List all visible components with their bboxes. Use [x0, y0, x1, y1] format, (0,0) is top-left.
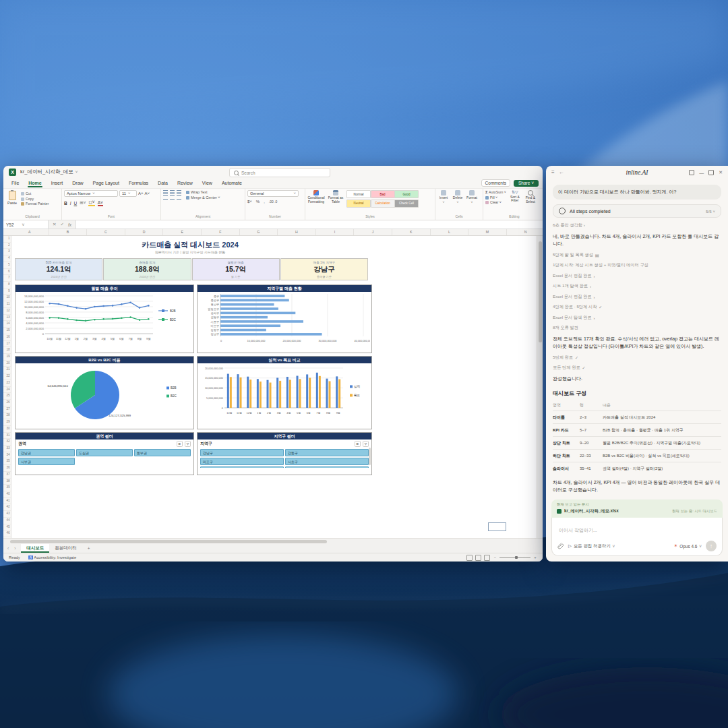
format-as-table-button[interactable]: Format as Table — [327, 190, 344, 204]
slicer-item[interactable]: 강남구 — [200, 449, 284, 456]
column-header[interactable]: C — [87, 229, 125, 235]
clear-button[interactable]: Clear ˅ — [485, 200, 506, 204]
close-icon[interactable]: ✕ — [719, 170, 723, 175]
column-header[interactable]: H — [278, 229, 316, 235]
column-header[interactable]: G — [240, 229, 278, 235]
align-middle-icon[interactable] — [170, 190, 175, 194]
find-select-button[interactable]: Find & Select — [524, 190, 537, 204]
slicer-item[interactable]: 강남권 — [18, 449, 75, 456]
cell-style-chip[interactable]: Neutral — [346, 200, 371, 208]
menu-icon[interactable]: ≡ — [551, 170, 555, 175]
cancel-entry-icon[interactable]: ✕ — [53, 222, 56, 227]
maximize-icon[interactable] — [708, 170, 714, 175]
column-header[interactable]: I — [316, 229, 355, 235]
font-color-button[interactable]: A˅ — [98, 200, 103, 206]
name-box[interactable]: Y52˅ — [3, 220, 49, 229]
number-format-select[interactable]: General˅ — [247, 190, 299, 197]
back-icon[interactable]: ← — [559, 170, 564, 175]
column-header[interactable]: F — [202, 229, 240, 235]
accessibility-status[interactable]: ♿ Accessibility: Investigate — [28, 555, 76, 559]
model-selector[interactable]: ✶ Opus 4.6˅ — [673, 543, 702, 549]
page-break-view-icon[interactable] — [484, 555, 490, 561]
step-line[interactable]: Excel 문서 편집 완료› — [553, 294, 721, 300]
ribbon-tab[interactable]: Review — [173, 179, 197, 187]
align-left-icon[interactable] — [163, 195, 168, 200]
context-card[interactable]: 현재 보고 있는 문서 kr_데이터_시각화_데모.xlsx 현재 보는 중: … — [551, 499, 723, 518]
allow-edits-button[interactable]: ▷ 모든 편집 허용하기 ˅ — [568, 543, 615, 549]
sheet-nav-left-icon[interactable]: ‹ — [7, 546, 9, 551]
italic-button[interactable]: I — [70, 201, 71, 206]
line-chart-box[interactable]: 월별 매출 추이 02,000,000,0004,000,000,0006,00… — [15, 284, 194, 353]
clear-filter-icon[interactable]: ▽ — [185, 441, 191, 447]
slicer-item[interactable]: 동부권 — [134, 449, 191, 456]
multi-select-icon[interactable]: ≣ — [177, 441, 183, 447]
column-header[interactable]: M — [468, 229, 507, 235]
cell-style-chip[interactable]: Calculation — [371, 200, 395, 208]
slicer-scrollbar[interactable] — [369, 448, 371, 465]
sheet-tab[interactable]: 원본데이터 — [49, 544, 82, 553]
add-sheet-button[interactable]: + — [88, 546, 90, 551]
merge-center-button[interactable]: Merge & Center ˅ — [186, 195, 220, 200]
ribbon-tab[interactable]: Data — [154, 179, 172, 187]
slicer-item[interactable]: 성동구 — [200, 466, 284, 468]
cell-style-chip[interactable]: Normal — [346, 190, 371, 198]
accounting-format-button[interactable]: $˅ — [247, 200, 252, 204]
page-layout-view-icon[interactable] — [475, 555, 481, 561]
zoom-out-icon[interactable]: － — [493, 555, 497, 561]
cell-style-chip[interactable]: Good — [394, 190, 419, 198]
align-right-icon[interactable] — [177, 195, 181, 200]
ribbon-tab[interactable]: View — [198, 179, 216, 187]
normal-view-icon[interactable] — [466, 555, 473, 561]
district-bar-chart-box[interactable]: 지역구별 매출 현황 010,000,000,00020,000,000,000… — [197, 284, 372, 353]
percent-format-button[interactable]: % — [256, 200, 260, 204]
cells-button[interactable]: Delete˅ — [452, 190, 464, 204]
thinking-duration[interactable]: 6초 동안 생각함 › — [553, 222, 721, 229]
excel-search-box[interactable]: Search — [229, 168, 330, 177]
active-cell-selection[interactable] — [488, 522, 506, 531]
attachment-icon[interactable] — [557, 543, 564, 549]
comma-format-button[interactable]: , — [264, 200, 265, 204]
multi-select-icon[interactable]: ≣ — [355, 441, 361, 447]
cell-style-chip[interactable]: Bad — [371, 190, 395, 198]
clear-filter-icon[interactable]: ▽ — [363, 441, 369, 447]
column-header[interactable]: J — [354, 229, 392, 235]
ribbon-tab[interactable]: Formulas — [125, 179, 152, 187]
slicer-item[interactable]: 송파구 — [285, 466, 369, 468]
ribbon-tab[interactable]: Insert — [47, 179, 67, 187]
step-line[interactable]: 4단계 완료 · 5단계 시작✓ — [553, 304, 721, 310]
ribbon-tab[interactable]: Draw — [68, 179, 87, 187]
insert-function-icon[interactable]: fx — [68, 222, 71, 227]
conversation[interactable]: 이 데이터 기반으로 대시보드 하나 만들어봐. 멋지게. 어? All ste… — [546, 179, 728, 495]
message-input[interactable] — [557, 527, 719, 533]
column-header[interactable]: K — [392, 229, 431, 235]
step-line[interactable]: 모든 단계 완료✓ — [553, 365, 721, 371]
decimal-buttons[interactable]: .00 .0 — [269, 200, 278, 204]
wrap-text-button[interactable]: Wrap Text — [186, 190, 208, 194]
align-bottom-icon[interactable] — [177, 190, 181, 194]
column-header[interactable]: L — [431, 229, 469, 235]
slicer-item[interactable]: 서초구 — [285, 458, 369, 465]
column-header[interactable]: D — [125, 229, 164, 235]
borders-button[interactable]: ⊞˅ — [80, 200, 86, 206]
ribbon-tab[interactable]: Home — [24, 179, 45, 187]
slicer-item[interactable]: 서부권 — [18, 458, 75, 465]
formula-input[interactable] — [76, 220, 543, 229]
step-line[interactable]: Excel 문서 편집 완료› — [553, 273, 721, 279]
ribbon-tab[interactable]: Automate — [218, 179, 246, 187]
conditional-formatting-button[interactable]: Conditional Formatting — [307, 190, 325, 204]
column-header[interactable]: A — [11, 229, 49, 235]
font-name-select[interactable]: Aptos Narrow˅ — [64, 190, 118, 197]
copy-button[interactable]: Copy — [21, 197, 49, 201]
step-line[interactable]: Excel 문서 탐색 완료› — [553, 315, 721, 321]
cell-style-chip[interactable]: Check Cell — [394, 200, 419, 208]
cells-button[interactable]: Format˅ — [466, 190, 478, 204]
sheet-tab[interactable]: 대시보드 — [21, 544, 49, 553]
column-header[interactable]: B — [49, 229, 88, 235]
step-line[interactable]: 5단계 할 일 목록 생성▤ — [553, 252, 721, 258]
column-header[interactable]: E — [163, 229, 202, 235]
dock-icon[interactable] — [689, 170, 694, 175]
sheet-canvas[interactable]: 카드매출 실적 대시보드 2024 원본데이터 기준 | 월별 지역구별 카드매… — [11, 236, 543, 538]
title-dropdown-caret[interactable]: ˅ — [75, 170, 78, 174]
ribbon-tab[interactable]: Page Layout — [89, 179, 123, 187]
bold-button[interactable]: B — [64, 201, 67, 206]
